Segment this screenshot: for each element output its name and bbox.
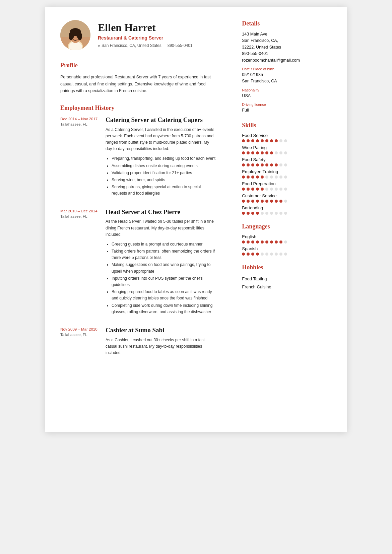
hobbies-list: Food TastingFrench Cuisine: [242, 275, 337, 291]
language-item: English: [242, 234, 337, 244]
language-dot: [279, 253, 282, 256]
skill-dot: [256, 163, 259, 166]
job-date-2: Mar 2010 – Dec 2014: [60, 208, 99, 214]
language-dot: [275, 240, 278, 244]
job-content-1: Catering Server at Catering Capers As a …: [106, 116, 216, 198]
detail-nationality: USA: [242, 93, 337, 99]
language-dot: [247, 253, 250, 256]
language-dot: [261, 240, 264, 244]
skill-dot: [284, 151, 287, 154]
employment-section: Employment History Dec 2014 – Nov 2017 T…: [60, 105, 216, 359]
profile-section: Profile Personable and professional Rest…: [60, 62, 216, 94]
bullet: Validating proper identification for 21+…: [112, 170, 216, 176]
header: Ellen Harret Restaurant & Catering Serve…: [60, 20, 216, 50]
skill-dots: [242, 188, 337, 191]
language-dot: [270, 253, 273, 256]
location-item: ▾ San Francisco, CA, United States: [98, 43, 161, 49]
language-dot: [270, 240, 273, 244]
bullet: Taking orders from patrons, often memori…: [112, 248, 216, 261]
skill-name: Food Preperation: [242, 181, 337, 186]
detail-email: rozenboomchantal@gmail.com: [242, 57, 337, 64]
candidate-name: Ellen Harret: [98, 22, 216, 33]
language-name: Spanish: [242, 246, 337, 251]
hobby-item: French Cuisine: [242, 283, 337, 291]
right-column: Details 143 Main Ave San Francisco, CA, …: [230, 7, 347, 432]
skill-dot: [279, 151, 282, 154]
skills-list: Food ServiceWine PairingFood SafetyEmplo…: [242, 133, 337, 215]
skill-dot: [279, 212, 282, 215]
job-date-col-3: Nov 2009 – Mar 2010 Tallahassee, FL: [60, 327, 99, 359]
job-content-3: Cashier at Sumo Sabi As a Cashier, I cas…: [106, 327, 216, 359]
skill-dot: [279, 139, 282, 142]
hobbies-section: Hobbies Food TastingFrench Cuisine: [242, 264, 337, 291]
skill-dot: [265, 151, 268, 154]
job-location-3: Tallahassee, FL: [60, 333, 99, 337]
skill-dot: [270, 200, 273, 203]
skill-dot: [251, 163, 254, 166]
skill-item: Bartending: [242, 205, 337, 215]
skill-dot: [261, 200, 264, 203]
language-dots: [242, 240, 337, 244]
skill-name: Food Service: [242, 133, 337, 138]
skill-dot: [242, 151, 245, 154]
skill-dot: [265, 212, 268, 215]
skill-dot: [275, 163, 278, 166]
language-dot: [256, 253, 259, 256]
license-label: Driving license: [242, 102, 337, 107]
language-dot: [265, 253, 268, 256]
skill-dot: [265, 200, 268, 203]
resume-page: Ellen Harret Restaurant & Catering Serve…: [45, 7, 347, 432]
skill-dot: [251, 200, 254, 203]
language-dot: [242, 240, 245, 244]
candidate-title: Restaurant & Catering Server: [98, 35, 216, 41]
svg-point-8: [77, 32, 82, 40]
hobbies-title: Hobbies: [242, 264, 337, 271]
skill-dot: [242, 188, 245, 191]
phone-text: 890-555-0401: [168, 43, 193, 48]
skill-dot: [261, 188, 264, 191]
job-entry-2: Mar 2010 – Dec 2014 Tallahassee, FL Head…: [60, 208, 216, 316]
skill-item: Food Service: [242, 133, 337, 142]
skill-dot: [261, 176, 264, 179]
skill-item: Food Safety: [242, 157, 337, 166]
bullet: Serving patrons, giving special attentio…: [112, 184, 216, 197]
hobby-item: Food Tasting: [242, 275, 337, 283]
bullet: Completing side work during down time in…: [112, 302, 216, 315]
detail-license: Full: [242, 107, 337, 114]
skill-dot: [242, 200, 245, 203]
skill-dot: [270, 163, 273, 166]
job-desc-1: As a Catering Server, I assisted in the …: [106, 127, 216, 152]
skill-dot: [270, 188, 273, 191]
skill-dot: [284, 139, 287, 142]
language-name: English: [242, 234, 337, 239]
skill-dots: [242, 163, 337, 166]
skill-dot: [270, 176, 273, 179]
bullet: Assembling dishes onsite during catering…: [112, 163, 216, 169]
job-entry-3: Nov 2009 – Mar 2010 Tallahassee, FL Cash…: [60, 327, 216, 359]
job-title-3: Cashier at Sumo Sabi: [106, 327, 216, 334]
language-dot: [275, 253, 278, 256]
skills-section: Skills Food ServiceWine PairingFood Safe…: [242, 122, 337, 215]
skill-dot: [284, 176, 287, 179]
bullet: Preparing, transporting, and setting up …: [112, 155, 216, 162]
avatar: [60, 20, 90, 50]
language-dot: [261, 253, 264, 256]
job-title-2: Head Server at Chez Pierre: [106, 208, 216, 216]
job-location-1: Tallahassee, FL: [60, 122, 99, 126]
language-dot: [251, 240, 254, 244]
location-text: San Francisco, CA, United States: [102, 43, 161, 48]
language-item: Spanish: [242, 246, 337, 256]
skill-dot: [256, 176, 259, 179]
job-bullets-2: Greeting guests in a prompt and courteou…: [106, 241, 216, 315]
details-section: Details 143 Main Ave San Francisco, CA, …: [242, 20, 337, 114]
skill-dot: [251, 151, 254, 154]
skill-dot: [247, 163, 250, 166]
skill-item: Customer Service: [242, 193, 337, 203]
skill-dot: [284, 188, 287, 191]
skill-dot: [284, 163, 287, 166]
language-dot: [279, 240, 282, 244]
bullet: Bringing prepared food to tables as soon…: [112, 289, 216, 301]
skill-dots: [242, 151, 337, 154]
skill-dot: [256, 139, 259, 142]
language-dot: [265, 240, 268, 244]
